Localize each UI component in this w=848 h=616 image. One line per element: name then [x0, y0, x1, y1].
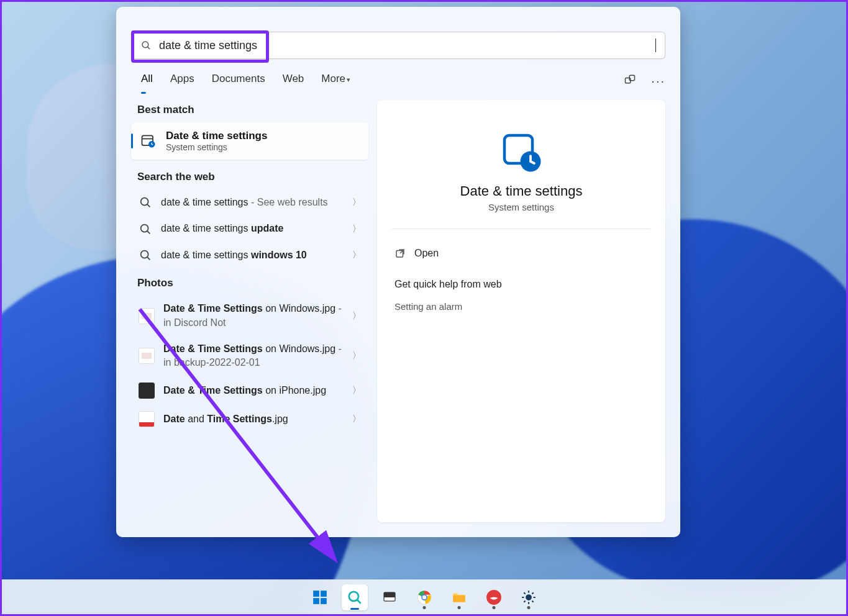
chrome-icon: [416, 589, 432, 605]
svg-point-9: [141, 224, 148, 232]
chevron-right-icon: 〉: [352, 350, 361, 361]
svg-rect-20: [313, 598, 319, 604]
web-result[interactable]: date & time settings update 〉: [131, 215, 368, 242]
svg-rect-18: [313, 591, 319, 597]
web-result[interactable]: date & time settings - See web results 〉: [131, 189, 368, 215]
svg-point-0: [142, 42, 148, 48]
svg-line-1: [147, 47, 150, 49]
date-time-icon: [140, 132, 157, 150]
tab-web[interactable]: Web: [283, 73, 304, 89]
best-match-heading: Best match: [137, 104, 368, 116]
chevron-down-icon: ▾: [347, 76, 350, 83]
open-action[interactable]: Open: [394, 245, 648, 261]
chevron-right-icon: 〉: [352, 385, 361, 396]
svg-point-22: [349, 591, 358, 600]
best-match-result[interactable]: Date & time settings System settings: [131, 122, 368, 160]
tab-apps[interactable]: Apps: [170, 73, 194, 89]
preview-title: Date & time settings: [394, 183, 648, 199]
svg-line-10: [147, 231, 150, 233]
tab-more[interactable]: More▾: [321, 73, 350, 89]
taskbar: [2, 579, 846, 614]
taskbar-chrome[interactable]: [411, 584, 437, 610]
photo-thumbnail: [139, 411, 155, 427]
best-match-subtitle: System settings: [166, 142, 267, 152]
search-bar[interactable]: [131, 32, 665, 59]
taskbar-start[interactable]: [307, 584, 333, 610]
photo-thumbnail: [139, 383, 155, 399]
search-icon: [139, 196, 152, 209]
lips-icon: [486, 589, 502, 605]
taskbar-settings[interactable]: [516, 584, 542, 610]
photo-thumbnail: [139, 348, 155, 364]
search-web-heading: Search the web: [137, 171, 368, 183]
date-time-large-icon: [499, 130, 544, 174]
svg-rect-21: [321, 598, 327, 604]
search-icon: [139, 248, 152, 262]
photo-result[interactable]: Date & Time Settings on Windows.jpg - in…: [131, 296, 368, 336]
folder-icon: [451, 589, 467, 605]
taskbar-explorer[interactable]: [446, 584, 472, 610]
svg-rect-25: [384, 592, 395, 597]
tab-documents[interactable]: Documents: [212, 73, 265, 89]
svg-line-23: [357, 599, 360, 603]
svg-point-29: [422, 595, 426, 599]
chevron-right-icon: 〉: [352, 250, 361, 261]
chevron-right-icon: 〉: [352, 414, 361, 425]
photo-result[interactable]: Date & Time Settings on iPhone.jpg 〉: [131, 376, 368, 405]
svg-point-11: [141, 251, 148, 258]
taskbar-app-red[interactable]: [481, 584, 507, 610]
divider: [392, 229, 650, 229]
search-input[interactable]: [159, 39, 657, 52]
help-heading: Get quick help from web: [394, 279, 648, 290]
more-options-icon[interactable]: ···: [651, 74, 665, 88]
results-column: Best match Date & time settings System s…: [131, 100, 368, 522]
share-icon[interactable]: [624, 73, 636, 89]
svg-point-31: [526, 595, 531, 600]
chevron-right-icon: 〉: [352, 197, 361, 208]
svg-rect-19: [321, 591, 327, 597]
preview-subtitle: System settings: [394, 202, 648, 212]
preview-panel: Date & time settings System settings Ope…: [377, 100, 665, 522]
open-icon: [394, 248, 406, 259]
svg-line-8: [147, 204, 150, 207]
text-caret: [655, 38, 656, 52]
chevron-right-icon: 〉: [352, 310, 361, 322]
windows-icon: [312, 589, 328, 605]
gear-icon: [521, 589, 537, 605]
taskbar-search[interactable]: [342, 584, 368, 610]
help-link-alarm[interactable]: Setting an alarm: [394, 301, 648, 312]
photo-result[interactable]: Date and Time Settings.jpg 〉: [131, 405, 368, 433]
search-icon: [140, 40, 152, 51]
chevron-right-icon: 〉: [352, 224, 361, 235]
svg-point-7: [141, 198, 148, 206]
search-window: All Apps Documents Web More▾ ··· Best ma…: [116, 7, 680, 537]
best-match-title: Date & time settings: [166, 130, 267, 142]
search-icon: [347, 589, 363, 605]
photo-result[interactable]: Date & Time Settings on Windows.jpg - in…: [131, 336, 368, 376]
svg-line-12: [147, 257, 150, 260]
photos-heading: Photos: [137, 277, 368, 289]
tab-all[interactable]: All: [141, 73, 153, 89]
taskbar-taskview[interactable]: [376, 584, 403, 610]
filter-tabs: All Apps Documents Web More▾ ···: [141, 73, 665, 89]
photo-thumbnail: [139, 308, 155, 324]
search-icon: [139, 222, 152, 236]
web-result[interactable]: date & time settings windows 10 〉: [131, 242, 368, 268]
taskview-icon: [382, 590, 397, 605]
